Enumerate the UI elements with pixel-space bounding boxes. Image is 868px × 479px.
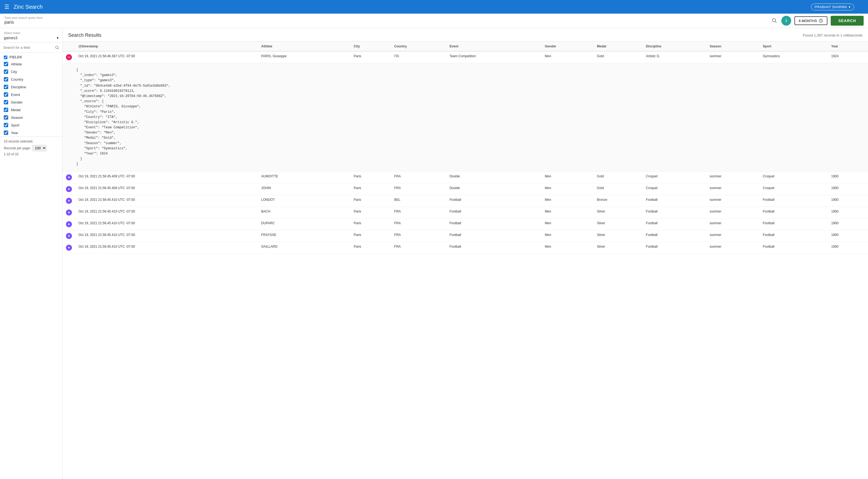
field-checkbox-event[interactable] bbox=[4, 92, 8, 97]
cell-medal: Gold bbox=[594, 51, 643, 63]
user-area: PRABHAT SHARMA ▾ 👤 bbox=[811, 3, 864, 10]
selected-count: 10 records selected. bbox=[4, 140, 59, 143]
search-query-value[interactable]: paris bbox=[4, 19, 767, 25]
field-item-discipline[interactable]: Discipline bbox=[0, 83, 62, 91]
table-row: +Oct 19, 2021 21:56:45.410 UTC -07:00LON… bbox=[63, 195, 868, 207]
svg-line-4 bbox=[58, 48, 59, 49]
cell-season: summer bbox=[707, 218, 760, 230]
user-name-label: PRABHAT SHARMA bbox=[815, 5, 847, 9]
cell-city: Paris bbox=[350, 207, 391, 218]
time-filter-button[interactable]: 6 MONTHS bbox=[795, 16, 828, 25]
cell-sport: Football bbox=[760, 195, 828, 207]
cell-country: ITA bbox=[391, 51, 446, 63]
search-results-header: Search Results Found 1,397 records in 1 … bbox=[63, 28, 868, 42]
menu-icon[interactable]: ☰ bbox=[4, 4, 9, 10]
chevron-down-icon: ▾ bbox=[849, 5, 850, 9]
cell-timestamp: Oct 19, 2021 21:56:45.409 UTC -07:00 bbox=[75, 183, 258, 195]
field-checkbox-discipline[interactable] bbox=[4, 85, 8, 89]
cell-event: Football bbox=[446, 230, 541, 242]
field-item-year[interactable]: Year bbox=[0, 129, 62, 137]
field-checkbox-city[interactable] bbox=[4, 69, 8, 74]
cell-country: BEL bbox=[391, 195, 446, 207]
cell-gender: Men bbox=[541, 195, 594, 207]
field-item-athlete[interactable]: Athlete bbox=[0, 60, 62, 68]
col-header-event: Event bbox=[446, 42, 541, 51]
cell-medal: Silver bbox=[594, 207, 643, 218]
expand-row-button[interactable]: + bbox=[66, 210, 72, 215]
search-query-icon-btn[interactable] bbox=[771, 17, 778, 25]
results-meta: Found 1,397 records in 1 milliseconds bbox=[803, 33, 863, 37]
fields-all-checkbox[interactable] bbox=[4, 56, 7, 59]
field-item-event[interactable]: Event bbox=[0, 91, 62, 98]
magnifier-icon bbox=[772, 18, 777, 23]
expand-row-button[interactable]: + bbox=[66, 233, 72, 239]
cell-season: summer bbox=[707, 183, 760, 195]
field-search-icon bbox=[55, 45, 59, 50]
cell-year: 1924 bbox=[828, 51, 868, 63]
main-layout: Select Index games3 ▾ FIELDS AthleteCity… bbox=[0, 28, 868, 479]
expand-row-button[interactable]: + bbox=[66, 245, 72, 251]
field-checkbox-gender[interactable] bbox=[4, 100, 8, 104]
col-header-year: Year bbox=[828, 42, 868, 51]
field-label-season: Season bbox=[11, 116, 23, 120]
cell-year: 1900 bbox=[828, 171, 868, 183]
field-item-medal[interactable]: Medal bbox=[0, 106, 62, 114]
field-checkbox-medal[interactable] bbox=[4, 108, 8, 112]
cell-gender: Men bbox=[541, 51, 594, 63]
cell-country: FRA bbox=[391, 242, 446, 253]
user-button[interactable]: PRABHAT SHARMA ▾ bbox=[811, 4, 854, 10]
field-checkbox-season[interactable] bbox=[4, 115, 8, 120]
field-search-input[interactable] bbox=[3, 46, 53, 50]
cell-season: summer bbox=[707, 171, 760, 183]
sidebar-footer: 10 records selected. Records per page: 1… bbox=[0, 137, 62, 159]
info-button[interactable]: i bbox=[781, 16, 791, 26]
expand-row-button[interactable]: + bbox=[66, 221, 72, 227]
cell-country: FRA bbox=[391, 171, 446, 183]
collapse-row-button[interactable]: − bbox=[66, 54, 72, 60]
field-item-country[interactable]: Country bbox=[0, 76, 62, 83]
records-per-page-row: Records per page: 100 50 25 bbox=[4, 145, 59, 151]
expanded-row: { "_index": "games3", "_type": "games3",… bbox=[63, 63, 868, 172]
cell-sport: Croquet bbox=[760, 171, 828, 183]
search-query-container: Type your search query here paris bbox=[4, 16, 767, 25]
chevron-down-icon[interactable]: ▾ bbox=[57, 36, 59, 40]
field-checkbox-sport[interactable] bbox=[4, 123, 8, 127]
field-item-gender[interactable]: Gender bbox=[0, 98, 62, 106]
cell-season: summer bbox=[707, 230, 760, 242]
table-row: +Oct 19, 2021 21:56:45.410 UTC -07:00GAI… bbox=[63, 242, 868, 253]
cell-year: 1900 bbox=[828, 195, 868, 207]
time-filter-label: 6 MONTHS bbox=[799, 19, 817, 23]
field-checkbox-year[interactable] bbox=[4, 130, 8, 135]
cell-city: Paris bbox=[350, 242, 391, 253]
expand-row-button[interactable]: + bbox=[66, 198, 72, 204]
cell-city: Paris bbox=[350, 230, 391, 242]
cell-gender: Men bbox=[541, 207, 594, 218]
cell-medal: Gold bbox=[594, 183, 643, 195]
field-item-city[interactable]: City bbox=[0, 68, 62, 76]
search-button[interactable]: SEARCH bbox=[831, 16, 864, 26]
col-header-athlete: Athlete bbox=[258, 42, 351, 51]
cell-medal: Silver bbox=[594, 218, 643, 230]
cell-season: summer bbox=[707, 207, 760, 218]
cell-discipline: Artistic G. bbox=[643, 51, 707, 63]
field-item-season[interactable]: Season bbox=[0, 114, 62, 121]
pagination-info: 1-10 of 10 bbox=[4, 152, 59, 156]
cell-year: 1900 bbox=[828, 218, 868, 230]
content-area: Search Results Found 1,397 records in 1 … bbox=[63, 28, 868, 479]
expand-row-button[interactable]: + bbox=[66, 174, 72, 180]
cell-event: Football bbox=[446, 207, 541, 218]
table-row: −Oct 19, 2021 21:56:46.367 UTC -07:00PAR… bbox=[63, 51, 868, 63]
field-label-city: City bbox=[11, 70, 17, 74]
records-per-page-select[interactable]: 100 50 25 bbox=[32, 145, 46, 151]
expand-row-button[interactable]: + bbox=[66, 186, 72, 192]
field-item-sport[interactable]: Sport bbox=[0, 121, 62, 129]
cell-discipline: Football bbox=[643, 207, 707, 218]
cell-event: Double bbox=[446, 183, 541, 195]
cell-timestamp: Oct 19, 2021 21:56:45.410 UTC -07:00 bbox=[75, 242, 258, 253]
field-label-athlete: Athlete bbox=[11, 62, 22, 66]
col-header-gender: Gender bbox=[541, 42, 594, 51]
field-checkbox-country[interactable] bbox=[4, 77, 8, 82]
field-checkbox-athlete[interactable] bbox=[4, 62, 8, 66]
col-header-medal: Medal bbox=[594, 42, 643, 51]
cell-athlete: DUPARC bbox=[258, 218, 351, 230]
